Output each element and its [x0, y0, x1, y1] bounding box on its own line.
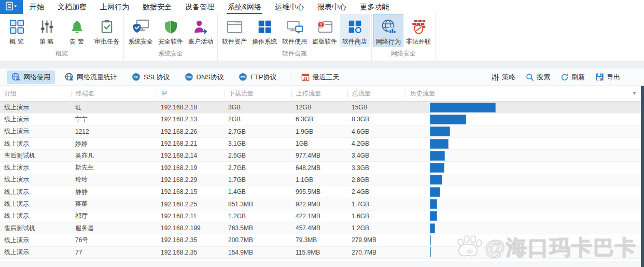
filter-dropdown-icon[interactable]: ▼ [632, 90, 637, 97]
globe-usage-icon [11, 73, 20, 81]
ribbon-software-store[interactable]: 软件商店 [340, 14, 370, 47]
table-row[interactable]: 售后测试机服务器192.168.2.199763.5MB457.4MB1.2GB [0, 222, 644, 234]
table-row[interactable]: 线上演示玲玲192.168.2.291.7GB1.1GB2.8GB [0, 174, 644, 186]
history-bar [430, 163, 444, 173]
menubar: 开始文档加密上网行为数据安全设备管理系统&网络运维中心报表中心更多功能 [0, 0, 644, 14]
menu-tab-7[interactable]: 运维中心 [268, 0, 311, 14]
table-row[interactable]: 售后测试机吴亦凡192.168.2.142.5GB977.4MB3.4GB [0, 150, 644, 162]
tool-sliders-tool[interactable]: 策略 [491, 73, 515, 82]
tool-refresh[interactable]: 刷新 [561, 73, 585, 82]
ribbon-item-label: 系统安全 [128, 37, 153, 46]
cell-history [405, 175, 644, 185]
cell-upload: 422.1MB [291, 213, 347, 220]
ribbon-software-usage[interactable]: 软件使用 [279, 14, 310, 47]
ribbon-group: 软件资产操作系统软件使用盗版软件软件商店软件合规 [218, 14, 372, 61]
cell-ip: 192.168.2.13 [157, 116, 224, 123]
column-header-4[interactable]: 下载流量 [224, 90, 291, 97]
ribbon-system-security[interactable]: 系统安全 [125, 14, 156, 47]
ribbon-software-asset[interactable]: 软件资产 [219, 14, 249, 47]
tab-ftp-badge[interactable]: FTPFTP协议 [234, 71, 282, 84]
date-filter[interactable]: 23 最近三天 [297, 71, 344, 84]
cell-total: 4.6GB [347, 128, 405, 135]
tab-label: FTP协议 [250, 73, 277, 82]
table-row[interactable]: 线上演示祁厅192.168.2.111.2GB422.1MB1.6GB [0, 210, 644, 222]
ribbon-item-label: 账户活动 [188, 37, 213, 46]
tool-search[interactable]: 搜索 [526, 73, 550, 82]
cell-group: 线上演示 [0, 115, 71, 124]
tab-divider [290, 73, 290, 81]
approval-tasks-icon [100, 17, 114, 36]
cell-download: 1.4GB [224, 188, 291, 195]
column-header-1[interactable]: 分组 [0, 90, 71, 97]
cell-upload: 12GB [291, 104, 347, 111]
table-row[interactable]: 线上演示77192.168.2.35154.9MB115.9MB270.7MB [0, 247, 644, 259]
cell-upload: 648.2MB [291, 164, 347, 172]
table-row[interactable]: 线上演示静静192.168.2.151.4GB995.5MB2.4GB [0, 186, 644, 198]
menu-tab-9[interactable]: 更多功能 [353, 0, 396, 14]
cell-terminal-name: 吴亦凡 [71, 151, 157, 160]
ribbon-operating-system[interactable]: 操作系统 [249, 14, 279, 47]
cell-upload: 6.3GB [291, 116, 347, 123]
menu-tab-8[interactable]: 报表中心 [311, 0, 353, 14]
table-row[interactable]: 线上演示菜菜192.168.2.25851.3MB922.9MB1.7GB [0, 198, 644, 210]
ribbon-group-label: 概览 [2, 48, 122, 61]
app-menu-button[interactable] [0, 0, 23, 14]
column-header-2[interactable]: 终端名 [71, 90, 157, 97]
tool-export[interactable]: 导出 [595, 73, 620, 82]
cell-total: 3.4GB [347, 152, 405, 159]
cell-history [405, 163, 644, 173]
ribbon-item-label: 盗版软件 [312, 37, 337, 46]
ribbon-security-software[interactable]: 安全软件 [156, 14, 186, 47]
ribbon-overview-grid[interactable]: 概 览 [2, 14, 32, 47]
cell-terminal-name: 静静 [71, 188, 157, 196]
cell-group: 售后测试机 [0, 151, 71, 160]
menu-tab-2[interactable]: 文档加密 [51, 0, 93, 14]
cell-ip: 192.168.2.35 [157, 236, 224, 244]
vertical-scrollbar[interactable] [641, 86, 644, 267]
column-header-label: 分组 [4, 90, 17, 97]
ribbon-pirated-software[interactable]: 盗版软件 [310, 14, 340, 47]
column-header-6[interactable]: 总流量 [347, 90, 405, 97]
table-row[interactable]: 线上演示1212192.168.2.262.7GB1.9GB4.6GB [0, 126, 644, 138]
cell-total: 8.3GB [347, 116, 405, 123]
ribbon-account-activity[interactable]: 账户活动 [186, 14, 216, 47]
cell-terminal-name: 婷婷 [71, 139, 157, 148]
cell-group: 线上演示 [0, 163, 71, 172]
table-row[interactable]: 线上演示斯先生192.168.2.192.7GB648.2MB3.3GB [0, 162, 644, 174]
menu-tab-1[interactable]: 开始 [23, 0, 51, 14]
software-usage-icon [286, 17, 303, 36]
cell-download: 851.3MB [224, 201, 291, 208]
cell-terminal-name: 宁宁 [71, 115, 157, 124]
menu-tab-5[interactable]: 设备管理 [178, 0, 221, 14]
table-row[interactable]: 线上演示宁宁192.168.2.132GB6.3GB8.3GB [0, 114, 644, 125]
tab-dns-badge[interactable]: DNSDNS协议 [180, 71, 229, 84]
system-security-icon [132, 17, 149, 36]
table-row[interactable]: 线上演示76号192.168.2.35200.7MB79.3MB279.9MB [0, 234, 644, 246]
dns-badge-icon: DNS [185, 73, 193, 81]
tool-label: 导出 [607, 73, 620, 82]
table-row[interactable]: 线上演示旺192.168.2.183GB12GB15GB [0, 102, 644, 114]
menu-tab-4[interactable]: 数据安全 [136, 0, 178, 14]
ribbon-alert-bell[interactable]: 告 警 [62, 14, 92, 47]
column-header-5[interactable]: 上传流量 [291, 90, 347, 97]
ribbon-approval-tasks[interactable]: 审批任务 [92, 14, 122, 47]
cell-group: 线上演示 [0, 248, 71, 257]
ribbon-illegal-external[interactable]: 非法外联 [403, 14, 433, 47]
cell-download: 763.5MB [224, 224, 291, 232]
ribbon-policy-sliders[interactable]: 策 略 [32, 14, 62, 47]
table-row[interactable]: 线上演示婷婷192.168.2.213.1GB1GB4.2GB [0, 138, 644, 150]
cell-upload: 79.3MB [291, 236, 347, 244]
cell-download: 200.7MB [224, 236, 291, 244]
tab-globe-usage[interactable]: 网络使用 [7, 71, 55, 84]
menu-tab-3[interactable]: 上网行为 [93, 0, 136, 14]
tab-ssl-badge[interactable]: SSLSSL协议 [127, 71, 175, 84]
column-header-7[interactable]: 历史流量▼ [405, 90, 644, 97]
tab-globe-stats[interactable]: 网络流量统计 [60, 71, 122, 84]
column-header-3[interactable]: IP [157, 90, 224, 97]
ribbon-item-label: 软件资产 [222, 37, 247, 46]
column-header-label: IP [161, 90, 167, 97]
cell-history [405, 223, 644, 233]
ribbon-network-behavior[interactable]: 网络行为 [373, 14, 403, 47]
menu-tab-6[interactable]: 系统&网络 [221, 0, 268, 14]
ribbon: 概 览策 略告 警审批任务概览系统安全安全软件账户活动系统安全软件资产操作系统软… [0, 14, 644, 61]
